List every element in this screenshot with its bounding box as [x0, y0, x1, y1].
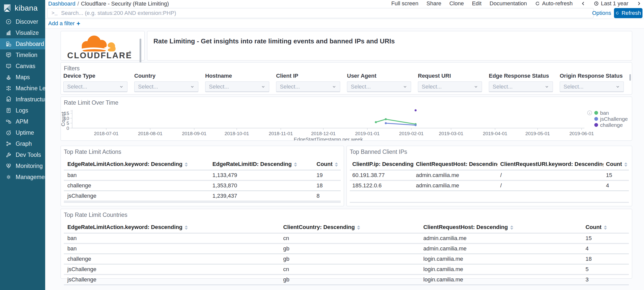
legend-toggle-icon[interactable]: › — [587, 110, 592, 115]
legend-item-ban[interactable]: ›ban — [587, 110, 628, 116]
sort-icon[interactable] — [357, 225, 360, 230]
sort-icon[interactable] — [604, 225, 607, 230]
filter-select-user-agent[interactable]: Select... — [347, 81, 411, 92]
search-input-box[interactable]: >_ — [47, 8, 594, 18]
table-row: ban1,133,47919 — [64, 170, 341, 181]
chevron-right-icon — [636, 1, 641, 6]
infrastructure-icon — [6, 96, 12, 102]
filter-select-hostname[interactable]: Select... — [205, 81, 269, 92]
breadcrumb-dashboard-link[interactable]: Dashboard — [48, 1, 75, 7]
apm-icon — [6, 119, 12, 125]
sort-icon[interactable] — [335, 162, 338, 167]
column-header-label: EdgeRateLimitAction.keyword: Descending — [67, 161, 182, 167]
select-placeholder: Select... — [280, 83, 300, 90]
search-input[interactable] — [61, 10, 589, 17]
select-placeholder: Select... — [422, 83, 442, 90]
sidebar-item-label: Dashboard — [16, 41, 44, 47]
sidebar-item-uptime[interactable]: Uptime — [0, 127, 45, 138]
sort-icon[interactable] — [185, 225, 188, 230]
menu-item-documentation[interactable]: Documentation — [490, 0, 527, 7]
column-header-label: EdgeRateLimitID: Descending — [212, 161, 292, 167]
sidebar-item-apm[interactable]: APM — [0, 116, 45, 127]
sidebar-item-discover[interactable]: Discover — [0, 16, 45, 27]
sidebar-item-management[interactable]: Management — [0, 171, 45, 183]
svg-text:2019-04-01: 2019-04-01 — [483, 131, 507, 136]
column-header[interactable]: ClientIP.ip: Descending — [350, 159, 413, 170]
ips-table: ClientIP.ip: DescendingClientRequestHost… — [350, 159, 629, 191]
filter-label: Device Type — [63, 73, 134, 79]
column-header[interactable]: ClientRequestURI.keyword: Descending — [498, 159, 603, 170]
legend-label: jsChallenge — [600, 116, 628, 122]
table-footer-divider — [64, 202, 341, 203]
filter-label: Client IP — [276, 73, 347, 79]
select-placeholder: Select... — [138, 83, 158, 90]
filter-label: User Agent — [347, 73, 418, 79]
column-header[interactable]: ClientRequestHost: Descending — [413, 159, 498, 170]
filter-control-origin-response-status: Origin Response StatusSelect... — [560, 73, 631, 92]
sidebar-item-infrastructure[interactable]: Infrastructure — [0, 94, 45, 105]
svg-text:0: 0 — [66, 126, 69, 131]
table-cell: 5 — [582, 264, 629, 275]
sidebar-item-dashboard[interactable]: Dashboard — [0, 38, 45, 49]
chevron-down-icon — [332, 84, 336, 89]
sidebar-item-machine-le[interactable]: Machine Le... — [0, 83, 45, 94]
filter-select-edge-response-status[interactable]: Select... — [489, 81, 553, 92]
column-header[interactable]: Count — [603, 159, 629, 170]
filter-select-request-uri[interactable]: Select... — [418, 81, 482, 92]
sidebar: kibana DiscoverVisualizeDashboardTimelio… — [0, 0, 45, 290]
menu-item-share[interactable]: Share — [426, 0, 441, 7]
sort-icon[interactable] — [294, 162, 297, 167]
sidebar-item-canvas[interactable]: Canvas — [0, 61, 45, 72]
sidebar-item-logs[interactable]: Logs — [0, 105, 45, 116]
column-header[interactable]: ClientCountry: Descending — [280, 222, 420, 233]
column-header[interactable]: Count — [582, 222, 629, 233]
sort-icon[interactable] — [510, 225, 513, 230]
filter-select-client-ip[interactable]: Select... — [276, 81, 340, 92]
column-header[interactable]: EdgeRateLimitID: Descending — [209, 159, 313, 170]
column-header[interactable]: Count — [313, 159, 341, 170]
legend-item-challenge[interactable]: challenge — [587, 122, 628, 128]
options-link[interactable]: Options — [592, 10, 611, 16]
auto-refresh-button[interactable]: Auto-refresh — [535, 0, 573, 7]
refresh-button[interactable]: Refresh — [614, 8, 642, 18]
kibana-logo[interactable]: kibana — [0, 0, 45, 16]
table-row: 60.191.38.77admin.camilia.me/15 — [350, 170, 629, 181]
time-picker-button[interactable]: Last 1 year — [594, 0, 628, 7]
chevron-down-icon — [190, 84, 195, 89]
sort-icon[interactable] — [185, 162, 188, 167]
filter-control-country: CountrySelect... — [134, 73, 205, 92]
sidebar-item-visualize[interactable]: Visualize — [0, 27, 45, 38]
sidebar-item-maps[interactable]: Maps — [0, 72, 45, 83]
table-cell: 3 — [582, 275, 629, 285]
banner-panel: Rate Limiting - Get insights into rate l… — [147, 31, 632, 61]
sidebar-item-timelion[interactable]: Timelion — [0, 49, 45, 61]
column-header[interactable]: ClientRequestHost: Descending — [420, 222, 582, 233]
filter-control-hostname: HostnameSelect... — [205, 73, 276, 92]
table-cell: cn — [280, 264, 420, 275]
menu-item-edit[interactable]: Edit — [472, 0, 481, 7]
column-header-label: ClientRequestURI.keyword: Descending — [500, 161, 603, 167]
sort-icon[interactable] — [624, 162, 627, 167]
sidebar-item-graph[interactable]: Graph — [0, 138, 45, 149]
time-forward-button[interactable] — [636, 1, 641, 6]
menu-item-clone[interactable]: Clone — [449, 0, 464, 7]
column-header[interactable]: EdgeRateLimitAction.keyword: Descending — [64, 222, 280, 233]
filters-panel-scrollbar[interactable] — [629, 74, 631, 81]
time-back-button[interactable] — [581, 1, 586, 6]
menu-item-full-screen[interactable]: Full screen — [391, 0, 418, 7]
rate-limit-chart[interactable]: 0510152018-07-012018-08-012018-09-012018… — [61, 97, 632, 140]
add-filter-link[interactable]: Add a filter + — [48, 20, 80, 27]
legend-item-jsChallenge[interactable]: jsChallenge — [587, 116, 628, 122]
filter-select-country[interactable]: Select... — [134, 81, 198, 92]
filter-bar: Add a filter + — [45, 19, 644, 28]
cloudflare-logo-panel: CLOUDFLARE ® — [61, 31, 145, 61]
table-cell: / — [498, 170, 603, 181]
table-cell: login.camilia.me — [420, 275, 582, 285]
sidebar-item-monitoring[interactable]: Monitoring — [0, 160, 45, 171]
sidebar-item-dev-tools[interactable]: Dev Tools — [0, 149, 45, 160]
column-header[interactable]: EdgeRateLimitAction.keyword: Descending — [64, 159, 209, 170]
filter-select-origin-response-status[interactable]: Select... — [560, 81, 624, 92]
column-header-label: ClientRequestHost: Descending — [416, 161, 498, 167]
filter-select-device-type[interactable]: Select... — [63, 81, 127, 92]
table-cell: 1,239,437 — [209, 191, 313, 201]
